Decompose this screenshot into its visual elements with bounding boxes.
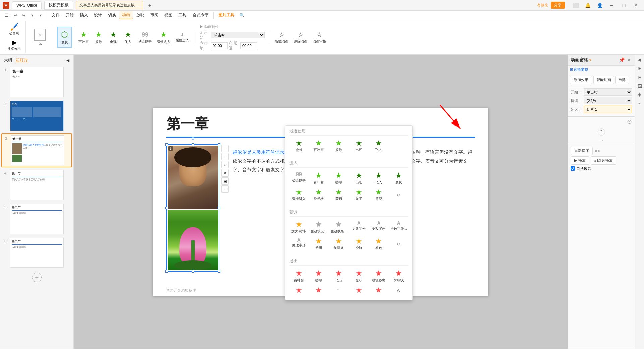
menu-design[interactable]: 设计 — [91, 11, 105, 19]
anim-slide-play-btn[interactable]: 幻灯片播放 — [591, 156, 616, 165]
img-ctrl-crop[interactable]: ⊟ — [221, 153, 229, 160]
panel-outline-btn[interactable]: 大纲 — [4, 57, 12, 63]
redo-dropdown[interactable]: ▾ — [37, 11, 45, 19]
handle-br[interactable] — [218, 270, 220, 273]
notification-button[interactable]: 🔔 — [582, 1, 593, 9]
lotus-image[interactable] — [168, 210, 218, 270]
anim-panel-pin-btn[interactable]: 📌 — [618, 57, 625, 63]
menu-tools[interactable]: 工具 — [176, 11, 189, 19]
popup-ex-flyout-btn[interactable]: ★ 飞出 — [329, 268, 348, 284]
popup-appear-btn[interactable]: ★ 出现 — [350, 138, 368, 154]
delay-input[interactable] — [240, 42, 257, 49]
anim-flyin-button[interactable]: ★ 飞入 — [121, 28, 135, 46]
popup-blind-btn[interactable]: ★ 百叶窗 — [310, 138, 328, 154]
popup-e-appear-btn[interactable]: ★ 出现 — [350, 170, 368, 186]
restore-down-button[interactable]: ⬜ — [570, 1, 581, 9]
popup-snake-btn[interactable]: ★ 蛇子 — [350, 187, 368, 203]
auto-preview-check[interactable] — [571, 166, 575, 171]
share-button[interactable]: 分享 — [551, 2, 565, 9]
anim-delete-btn[interactable]: 删除 — [615, 76, 629, 84]
panel-slides-btn[interactable]: 幻灯片 — [16, 57, 28, 63]
anim-none-button[interactable]: ✕ 无 — [30, 26, 50, 49]
right-sidebar-align[interactable]: ⊟ — [636, 73, 643, 81]
popup-ex-item4-btn[interactable]: ★ — [350, 285, 368, 296]
slide-thumb-4[interactable]: 4 第一节 示例文字内容展示区域文字说明 — [1, 168, 72, 201]
popup-changefont2-btn[interactable]: A 更改字体... — [389, 219, 408, 235]
popup-ex-item1-btn[interactable]: ★ — [289, 285, 308, 296]
popup-e-box-btn[interactable]: ★ 盒状 — [389, 170, 408, 186]
annotation-placeholder[interactable]: 单击此处添加备注 — [166, 288, 196, 293]
panel-collapse-btn[interactable]: ◀ — [66, 58, 69, 63]
preview-button[interactable]: ▶ 预览效果 — [5, 38, 23, 52]
duration-input[interactable] — [211, 42, 228, 49]
maximize-button[interactable]: □ — [619, 1, 629, 9]
popup-exit-expand[interactable]: ⊙ — [389, 285, 408, 296]
popup-dynnum-btn[interactable]: 99 动态数字 — [289, 170, 308, 186]
menu-review[interactable]: 审阅 — [148, 11, 161, 19]
menu-animation[interactable]: 动画 — [119, 11, 133, 19]
right-sidebar-more[interactable]: ··· — [636, 100, 643, 107]
anim-scroll-down[interactable]: ⊙ — [627, 118, 632, 126]
popup-slowenter-btn[interactable]: ★ 缓慢进入 — [289, 187, 308, 203]
popup-ex-blind-btn[interactable]: ★ 百叶窗 — [289, 268, 308, 284]
popup-ex-wipe-btn[interactable]: ★ 擦除 — [310, 268, 328, 284]
popup-split-btn[interactable]: ★ 劈裂 — [370, 187, 388, 203]
skin-button[interactable]: 👤 — [594, 1, 605, 9]
close-button[interactable]: ✕ — [631, 1, 641, 9]
handle-t[interactable] — [192, 143, 194, 146]
anim-wipe-button[interactable]: ★ 擦除 — [92, 28, 105, 46]
slide-thumb-6[interactable]: 6 第二节 示例文字内容 — [1, 236, 72, 269]
popup-changefill-btn[interactable]: ★ 更改填充... — [310, 219, 328, 235]
anim-more-button[interactable]: ⬇ 缓慢进入 — [174, 30, 191, 45]
minimize-button[interactable]: ─ — [606, 1, 617, 9]
popup-fade-btn[interactable]: ★ 变淡 — [350, 236, 368, 252]
menu-hamburger[interactable]: ☰ — [3, 11, 11, 19]
popup-transparent-btn[interactable]: ★ 透明 — [310, 236, 328, 252]
popup-ex-item2-btn[interactable]: ★ — [310, 285, 328, 296]
anim-duration-sel[interactable]: (2 秒) — [584, 97, 632, 104]
popup-changeshape-btn[interactable]: A 更改字形 — [289, 236, 308, 252]
popup-spin-btn[interactable]: ★ 陀螺旋 — [329, 236, 348, 252]
anim-panel-close-btn[interactable]: ✕ — [627, 57, 632, 63]
popup-ex-slowout-btn[interactable]: ★ 缓慢移出 — [370, 268, 388, 284]
menu-start[interactable]: 开始 — [63, 11, 76, 19]
popup-e-wipe-btn[interactable]: ★ 擦除 — [329, 170, 348, 186]
undo-dropdown[interactable]: ▾ — [28, 11, 36, 19]
doc-tab[interactable]: 文字是人类用符号记录表达信息以传之久... — [76, 1, 143, 9]
portrait-image[interactable] — [168, 146, 218, 209]
anim-delay-sel[interactable]: 幻片 1 幻片 2 — [584, 106, 632, 113]
menu-play[interactable]: 放映 — [133, 11, 147, 19]
popup-diamond-btn[interactable]: ★ 菱形 — [329, 187, 348, 203]
undo-button[interactable]: ↩ — [11, 11, 19, 19]
handle-bl[interactable] — [165, 270, 168, 273]
popup-emph-expand[interactable]: ⊙ — [389, 236, 408, 252]
img-ctrl-fit[interactable]: ⊗ — [221, 169, 229, 177]
right-sidebar-image[interactable]: 🖼 — [636, 82, 643, 90]
slide-thumb-1[interactable]: 1 第一章 素人小 — [1, 65, 72, 98]
popup-stairs-btn[interactable]: ★ 阶梯状 — [310, 187, 328, 203]
anim-smart-btn[interactable]: 智能动画 — [593, 76, 614, 84]
template-tab[interactable]: 找模壳模板 — [44, 1, 73, 10]
popup-e-flyin-btn[interactable]: ★ 飞入 — [370, 170, 388, 186]
handle-tl[interactable] — [165, 143, 168, 146]
rotate-handle[interactable] — [192, 137, 194, 140]
anim-help-btn[interactable]: ? — [598, 128, 605, 136]
handle-tr[interactable] — [218, 143, 220, 146]
menu-view[interactable]: 视图 — [162, 11, 175, 19]
redo-button[interactable]: ↪ — [20, 11, 28, 19]
popup-zoom-btn[interactable]: ★ 放大/缩小 — [289, 219, 308, 235]
right-sidebar-layers[interactable]: ⊞ — [636, 65, 643, 72]
add-slide-button[interactable]: + — [32, 273, 42, 282]
popup-ex-item3-btn[interactable]: ··· — [329, 285, 348, 296]
anim-replay-btn[interactable]: 重新操序 — [571, 147, 593, 155]
anim-blind-button[interactable]: ★ 百叶窗 — [76, 28, 91, 46]
anim-auto-checkbox[interactable]: 自动预览 — [571, 166, 632, 171]
popup-changefontsize-btn[interactable]: A 更改字号 — [350, 219, 368, 235]
right-sidebar-expand[interactable]: ◀ — [636, 56, 643, 63]
anim-panel-dropdown[interactable]: ▾ — [589, 58, 591, 62]
anim-play-btn[interactable]: ▶ 播放 — [571, 156, 589, 165]
handle-b[interactable] — [192, 270, 194, 273]
popup-ex-stairs-btn[interactable]: ★ 阶梯状 — [389, 268, 408, 284]
popup-box-btn[interactable]: ★ 盒状 — [289, 138, 308, 154]
del-anim-button[interactable]: ☆ 删除动画 — [292, 29, 309, 46]
